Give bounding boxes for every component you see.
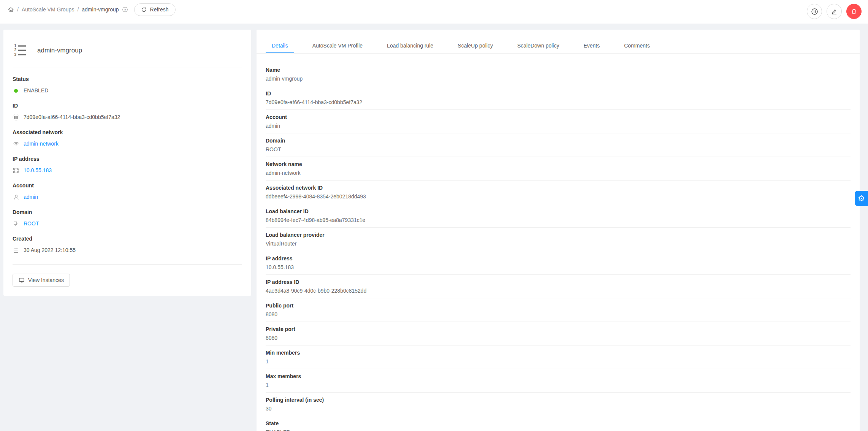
detail-label: Polling interval (in sec) [266, 396, 851, 404]
resource-field-label: Associated network [13, 128, 242, 136]
resource-field-value[interactable]: 10.0.55.183 [24, 166, 52, 174]
detail-value: admin-vmgroup [266, 75, 851, 83]
detail-label: Public port [266, 302, 851, 310]
resource-field: Associated network admin-network [13, 128, 242, 148]
detail-row: IP address 10.0.55.183 [266, 251, 851, 275]
tab-bar: Details AutoScale VM Profile Load balanc… [257, 30, 860, 54]
resource-field-value[interactable]: admin-network [24, 140, 59, 148]
tab[interactable]: Events [577, 30, 606, 53]
home-icon[interactable] [8, 6, 14, 13]
resource-title: admin-vmgroup [37, 47, 82, 54]
divider [13, 68, 242, 68]
detail-row: Public port 8080 [266, 298, 851, 322]
resource-field-label: IP address [13, 155, 242, 163]
detail-value: 8080 [266, 334, 851, 342]
detail-value: 1 [266, 358, 851, 366]
detail-row: Name admin-vmgroup [266, 63, 851, 86]
gateway-icon [13, 167, 19, 174]
edit-vmgroup-button[interactable] [827, 4, 842, 19]
detail-row: Max members 1 [266, 369, 851, 393]
resource-field-value[interactable]: admin [24, 193, 38, 201]
tab[interactable]: AutoScale VM Profile [306, 30, 369, 53]
detail-row: IP address ID 4ae3d4a8-90c9-4d0c-b9b0-22… [266, 275, 851, 298]
resource-field-value-row: 7d09e0fa-af66-4114-bba3-cd0bb5ef7a32 [13, 113, 242, 121]
svg-text:?: ? [124, 8, 126, 11]
tab[interactable]: Load balancing rule [381, 30, 439, 53]
detail-row: Load balancer ID 84b8994e-fec7-4d98-ab95… [266, 204, 851, 228]
resource-field-value-row: admin-network [13, 140, 242, 148]
detail-row: Account admin [266, 110, 851, 133]
detail-row: Private port 8080 [266, 322, 851, 345]
tab[interactable]: ScaleUp policy [451, 30, 499, 53]
reload-icon [141, 7, 147, 13]
detail-value: 1 [266, 381, 851, 389]
trash-icon [851, 8, 857, 15]
calendar-icon [13, 247, 19, 254]
resource-card-header: 1 2 3 admin-vmgroup [13, 38, 242, 68]
resource-field: Created 30 Aug 2022 12:10:55 [13, 235, 242, 254]
detail-label: Private port [266, 325, 851, 333]
resource-field-label: ID [13, 102, 242, 110]
refresh-label: Refresh [150, 6, 169, 13]
detail-value: 30 [266, 405, 851, 413]
detail-row: Associated network ID ddbeeef4-2998-4084… [266, 181, 851, 204]
resource-field-label: Account [13, 182, 242, 190]
top-header: / AutoScale VM Groups / admin-vmgroup ? … [0, 0, 868, 24]
resource-field: IP address 10.0.55.183 [13, 155, 242, 174]
resource-summary-card: 1 2 3 admin-vmgroup Status ENABLED ID [3, 30, 251, 296]
resource-field: ID 7d09e0fa-af66-4114-bba3-cd0bb5ef7a32 [13, 102, 242, 121]
tab[interactable]: Details [266, 30, 294, 53]
svg-text:3: 3 [14, 52, 16, 57]
resource-field-value-row: ENABLED [13, 87, 242, 95]
detail-label: Associated network ID [266, 184, 851, 192]
help-icon[interactable]: ? [122, 6, 128, 13]
detail-row: Network name admin-network [266, 157, 851, 181]
ordered-list-icon: 1 2 3 [13, 43, 28, 58]
detail-value: ddbeeef4-2998-4084-8354-2eb0218dd493 [266, 193, 851, 201]
detail-label: Min members [266, 349, 851, 357]
barcode-icon [13, 114, 19, 121]
wifi-icon [13, 141, 19, 147]
detail-row: ID 7d09e0fa-af66-4114-bba3-cd0bb5ef7a32 [266, 86, 851, 110]
svg-text:2: 2 [14, 48, 16, 52]
detail-row: Load balancer provider VirtualRouter [266, 228, 851, 251]
detail-value: admin [266, 122, 851, 130]
resource-field-value: ENABLED [24, 87, 48, 95]
gear-icon: ⚙ [858, 194, 865, 203]
tab[interactable]: Comments [618, 30, 656, 53]
refresh-button[interactable]: Refresh [134, 3, 176, 16]
view-instances-button[interactable]: View Instances [13, 274, 70, 287]
detail-value: ENABLED [266, 428, 851, 431]
detail-label: Load balancer ID [266, 208, 851, 216]
pause-circle-icon [811, 8, 818, 15]
detail-row: Domain ROOT [266, 133, 851, 157]
pause-vmgroup-button[interactable] [807, 4, 822, 19]
detail-card: Details AutoScale VM Profile Load balanc… [257, 30, 860, 431]
detail-value: admin-network [266, 169, 851, 177]
detail-row: State ENABLED [266, 416, 851, 431]
delete-vmgroup-button[interactable] [846, 4, 862, 19]
detail-value: 10.0.55.183 [266, 263, 851, 271]
detail-label: Network name [266, 160, 851, 168]
resource-field-value-row: admin [13, 193, 242, 201]
detail-label: Load balancer provider [266, 231, 851, 239]
breadcrumb: / AutoScale VM Groups / admin-vmgroup ? … [8, 2, 176, 17]
settings-drawer-button[interactable]: ⚙ [855, 191, 868, 206]
detail-label: State [266, 420, 851, 428]
autoscale-vmgroup-page: { "colors": { "accent_blue": "#1890ff", … [0, 0, 868, 431]
view-instances-label: View Instances [28, 277, 64, 283]
breadcrumb-section[interactable]: AutoScale VM Groups [22, 6, 74, 13]
detail-value: 84b8994e-fec7-4d98-ab95-ea8a79331c1e [266, 216, 851, 224]
edit-icon [831, 8, 838, 15]
resource-field-value[interactable]: ROOT [24, 220, 39, 228]
main-content: 1 2 3 admin-vmgroup Status ENABLED ID [3, 30, 860, 431]
detail-label: IP address ID [266, 278, 851, 286]
svg-text:1: 1 [14, 44, 16, 48]
tab[interactable]: ScaleDown policy [511, 30, 565, 53]
breadcrumb-separator: / [77, 6, 79, 13]
detail-value: 8080 [266, 311, 851, 318]
breadcrumb-current: admin-vmgroup [82, 6, 119, 13]
detail-label: IP address [266, 255, 851, 263]
resource-field: Account admin [13, 182, 242, 201]
resource-field-value-row: 30 Aug 2022 12:10:55 [13, 246, 242, 254]
